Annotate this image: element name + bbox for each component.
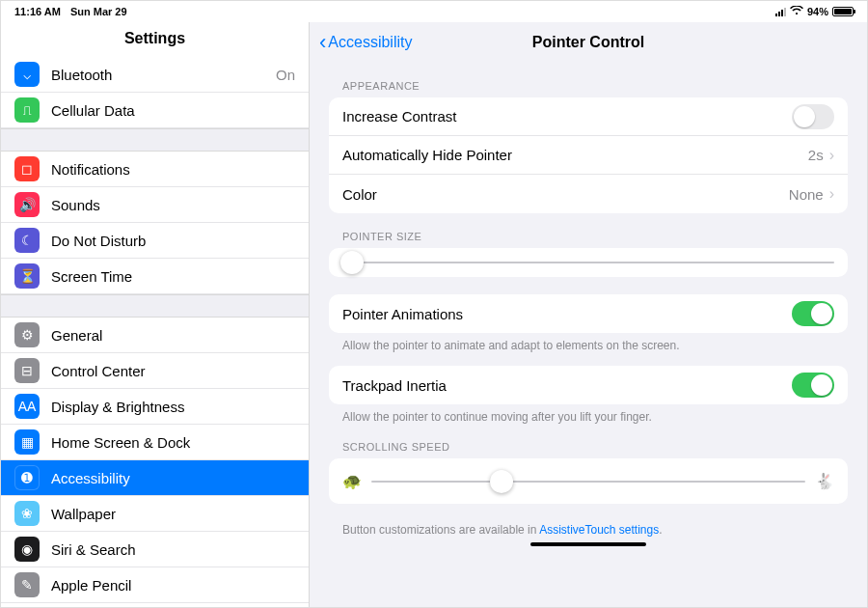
hare-icon: 🐇 [815,472,834,490]
row-trackpad-inertia[interactable]: Trackpad Inertia [329,366,848,404]
sidebar-item-controlcenter[interactable]: ⊟Control Center [1,353,309,389]
scrolling-speed-slider[interactable] [371,481,805,483]
sidebar-item-wallpaper[interactable]: ❀Wallpaper [1,496,309,532]
sidebar-item-siri-icon: ◉ [14,537,40,562]
sidebar-item-label: Home Screen & Dock [51,434,190,451]
detail-navbar: ‹ Accessibility Pointer Control [310,22,867,63]
home-indicator[interactable] [530,542,646,546]
sidebar-item-screentime[interactable]: ⏳Screen Time [1,259,309,294]
row-color[interactable]: Color None › [329,175,848,213]
sidebar-item-label: Accessibility [51,470,130,486]
status-date: Sun Mar 29 [70,6,127,17]
appearance-group: Increase Contrast Automatically Hide Poi… [329,97,848,213]
sidebar-item-accessibility-icon: ➊ [14,465,40,490]
sidebar-item-faceid[interactable]: ☻Face ID & Passcode [1,603,309,607]
inertia-group: Trackpad Inertia [329,366,848,404]
pointer-size-slider-card [329,248,848,277]
animations-group: Pointer Animations [329,294,848,333]
sidebar-item-display[interactable]: AADisplay & Brightness [1,389,309,425]
chevron-right-icon: › [829,185,834,203]
sidebar-item-sounds[interactable]: 🔊Sounds [1,187,309,223]
sidebar-title: Settings [1,22,309,57]
sidebar-item-siri[interactable]: ◉Siri & Search [1,532,309,567]
sidebar-item-homescreen-icon: ▦ [14,429,40,455]
back-label: Accessibility [328,34,412,51]
tortoise-icon: 🐢 [342,472,362,490]
sidebar-item-general-icon: ⚙ [14,322,40,347]
sidebar-item-bluetooth[interactable]: ⌵BluetoothOn [1,57,309,93]
sidebar-item-cellular-icon: ⎍ [14,97,40,123]
back-button[interactable]: ‹ Accessibility [310,32,412,53]
assistivetouch-link[interactable]: AssistiveTouch settings [539,523,659,537]
pointer-size-slider[interactable] [342,262,834,263]
scrolling-speed-header: SCROLLING SPEED [329,424,848,458]
battery-icon [832,7,854,16]
button-customization-footer: Button customizations are available in A… [329,504,848,537]
sidebar-item-notifications[interactable]: ◻Notifications [1,152,309,187]
pointer-size-thumb[interactable] [340,251,364,274]
sidebar-item-bluetooth-icon: ⌵ [14,62,40,87]
detail-pane: ‹ Accessibility Pointer Control APPEARAN… [310,22,867,607]
scrolling-speed-thumb[interactable] [490,470,513,493]
sidebar-item-cellular[interactable]: ⎍Cellular Data [1,93,309,128]
appearance-header: APPEARANCE [329,63,848,97]
sidebar-item-sounds-icon: 🔊 [14,192,40,217]
sidebar-item-label: Control Center [51,363,146,379]
increase-contrast-toggle[interactable] [792,104,834,129]
sidebar-item-pencil[interactable]: ✎Apple Pencil [1,567,309,603]
status-time: 11:16 AM [14,6,61,17]
inertia-footer: Allow the pointer to continue moving aft… [329,404,848,424]
status-bar: 11:16 AM Sun Mar 29 94% [1,1,867,22]
sidebar-item-label: Siri & Search [51,541,136,558]
scrolling-speed-slider-card: 🐢 🐇 [329,458,848,504]
chevron-left-icon: ‹ [319,32,326,53]
pointer-animations-toggle[interactable] [792,301,834,326]
chevron-right-icon: › [829,147,834,164]
sidebar-item-label: Cellular Data [51,102,135,119]
battery-percent: 94% [807,6,828,17]
sidebar-item-dnd-icon: ☾ [14,228,40,253]
row-increase-contrast[interactable]: Increase Contrast [329,97,848,136]
sidebar-item-screentime-icon: ⏳ [14,263,40,289]
cellular-signal-icon [775,8,786,16]
sidebar-item-homescreen[interactable]: ▦Home Screen & Dock [1,425,309,460]
sidebar-item-pencil-icon: ✎ [14,572,40,597]
animations-footer: Allow the pointer to animate and adapt t… [329,333,848,352]
trackpad-inertia-toggle[interactable] [792,373,834,398]
sidebar-item-dnd[interactable]: ☾Do Not Disturb [1,223,309,259]
row-pointer-animations[interactable]: Pointer Animations [329,294,848,333]
sidebar-item-notifications-icon: ◻ [14,156,40,181]
wifi-icon [790,6,803,17]
sidebar-item-label: Apple Pencil [51,577,131,594]
row-auto-hide-pointer[interactable]: Automatically Hide Pointer 2s › [329,136,848,175]
sidebar-item-general[interactable]: ⚙General [1,318,309,353]
sidebar-item-label: Notifications [51,161,130,178]
sidebar-item-display-icon: AA [14,394,40,419]
pointer-size-header: POINTER SIZE [329,213,848,248]
sidebar-item-label: Do Not Disturb [51,233,146,249]
sidebar-item-wallpaper-icon: ❀ [14,501,40,526]
sidebar-item-trail: On [276,67,295,83]
sidebar-item-label: Bluetooth [51,67,112,83]
sidebar-item-label: Display & Brightness [51,399,184,415]
sidebar-item-controlcenter-icon: ⊟ [14,358,40,383]
sidebar-item-accessibility[interactable]: ➊Accessibility [1,460,309,496]
sidebar-item-label: Wallpaper [51,506,116,522]
sidebar-item-label: Sounds [51,197,100,213]
settings-sidebar: Settings ⌵BluetoothOn⎍Cellular Data◻Noti… [1,22,310,607]
sidebar-list[interactable]: ⌵BluetoothOn⎍Cellular Data◻Notifications… [1,57,309,607]
sidebar-item-label: General [51,327,102,344]
sidebar-item-label: Screen Time [51,268,132,285]
